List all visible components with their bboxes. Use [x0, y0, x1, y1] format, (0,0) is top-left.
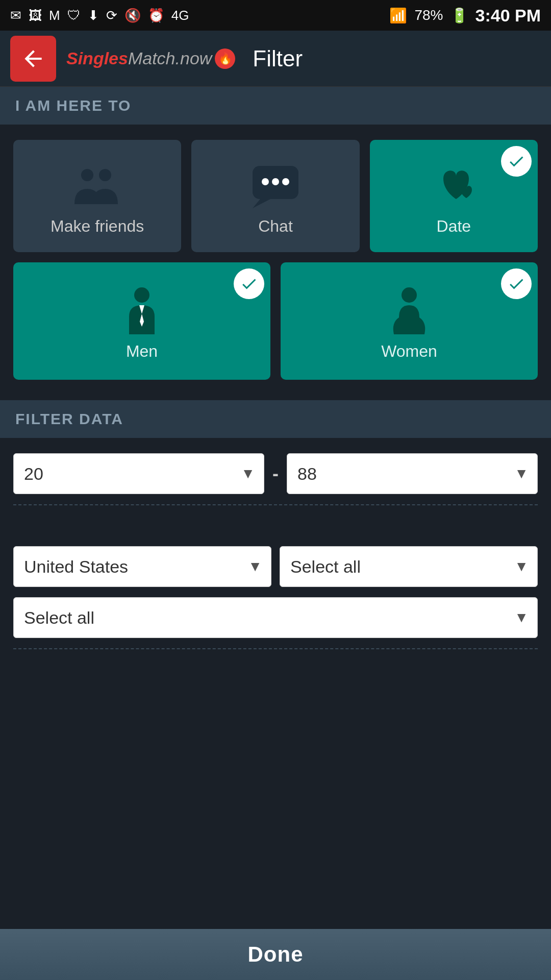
city-select[interactable]: Select all Los Angeles New York City Chi…: [13, 597, 538, 638]
country-wrap: United States Canada UK ▼: [13, 546, 271, 587]
chat-label: Chat: [258, 217, 293, 236]
date-check-icon: [507, 152, 525, 170]
network-icon: 4G: [171, 8, 189, 23]
women-label: Women: [381, 342, 437, 361]
done-btn-container: Done: [0, 929, 551, 980]
svg-point-7: [134, 287, 149, 303]
signal-bars: 📶: [389, 7, 407, 24]
battery-icon: 🔋: [450, 7, 468, 24]
alarm-icon: ⏰: [148, 8, 164, 23]
age-max-select[interactable]: 88 25 30 35 40 50 60 70 80: [287, 453, 538, 494]
purpose-options-row: Make friends Chat: [13, 140, 538, 252]
state-select[interactable]: Select all California New York Texas: [280, 546, 538, 587]
svg-point-6: [282, 178, 289, 185]
men-label: Men: [126, 342, 158, 361]
sync-icon: ⟳: [106, 8, 117, 23]
filter-data-section: FILTER DATA 20 18 19 21 25 30 35 40 ▼ -: [0, 400, 551, 675]
svg-point-8: [402, 287, 417, 303]
mute-icon: 🔇: [124, 8, 141, 23]
status-left: ✉ 🖼 M 🛡 ⬇ ⟳ 🔇 ⏰ 4G: [10, 8, 189, 23]
divider-1: [13, 504, 538, 505]
age-dash: -: [272, 463, 279, 484]
age-min-select[interactable]: 20 18 19 21 25 30 35 40: [13, 453, 264, 494]
women-check-icon: [507, 275, 525, 293]
date-label: Date: [437, 217, 471, 236]
date-icon: [428, 161, 479, 212]
status-right: 📶 78% 🔋 3:40 PM: [389, 6, 541, 26]
gmail-icon: M: [49, 8, 60, 23]
women-icon: [384, 286, 435, 337]
age-range-row: 20 18 19 21 25 30 35 40 ▼ - 88 25 30 35: [13, 453, 538, 494]
done-button[interactable]: Done: [0, 929, 551, 980]
svg-point-0: [81, 169, 93, 181]
divider-2: [13, 648, 538, 649]
option-women[interactable]: Women: [281, 262, 538, 380]
image-icon: 🖼: [29, 8, 42, 23]
chat-icon: [250, 161, 301, 212]
country-select[interactable]: United States Canada UK: [13, 546, 271, 587]
download-icon: ⬇: [88, 8, 99, 23]
make-friends-label: Make friends: [51, 217, 144, 236]
age-max-wrap: 88 25 30 35 40 50 60 70 80 ▼: [287, 453, 538, 494]
option-date[interactable]: Date: [370, 140, 538, 252]
logo-text: SinglesMatch.now: [66, 48, 212, 68]
gender-options-row: Men Women: [13, 262, 538, 380]
option-men[interactable]: Men: [13, 262, 270, 380]
option-chat[interactable]: Chat: [191, 140, 359, 252]
men-check-icon: [240, 275, 258, 293]
friends-icon: [72, 161, 123, 212]
back-arrow-icon: [20, 46, 46, 71]
app-bar: SinglesMatch.now 🔥 Filter: [0, 31, 551, 87]
date-check-badge: [501, 146, 532, 177]
men-icon: [116, 286, 167, 337]
svg-marker-3: [253, 199, 270, 208]
location-row: United States Canada UK ▼ Select all Cal…: [13, 546, 538, 587]
svg-point-1: [99, 169, 111, 181]
clock: 3:40 PM: [475, 6, 541, 26]
battery-level: 78%: [414, 7, 443, 23]
iam-here-to-header: I AM HERE TO: [0, 87, 551, 125]
back-button[interactable]: [10, 36, 56, 82]
app-logo: SinglesMatch.now 🔥: [66, 48, 235, 69]
email-icon: ✉: [10, 8, 21, 23]
age-min-wrap: 20 18 19 21 25 30 35 40 ▼: [13, 453, 264, 494]
filter-content: 20 18 19 21 25 30 35 40 ▼ - 88 25 30 35: [0, 438, 551, 675]
city-row: Select all Los Angeles New York City Chi…: [13, 597, 538, 638]
purpose-options-section: Make friends Chat: [0, 125, 551, 400]
option-make-friends[interactable]: Make friends: [13, 140, 181, 252]
status-bar: ✉ 🖼 M 🛡 ⬇ ⟳ 🔇 ⏰ 4G 📶 78% 🔋 3:40 PM: [0, 0, 551, 31]
filter-title: Filter: [253, 46, 303, 71]
svg-point-5: [272, 178, 279, 185]
women-check-badge: [501, 268, 532, 299]
city-wrap: Select all Los Angeles New York City Chi…: [13, 597, 538, 638]
filter-data-header: FILTER DATA: [0, 400, 551, 438]
state-wrap: Select all California New York Texas ▼: [280, 546, 538, 587]
svg-point-4: [262, 178, 269, 185]
spacer: [0, 675, 551, 736]
men-check-badge: [234, 268, 264, 299]
shield-icon: 🛡: [67, 8, 81, 23]
